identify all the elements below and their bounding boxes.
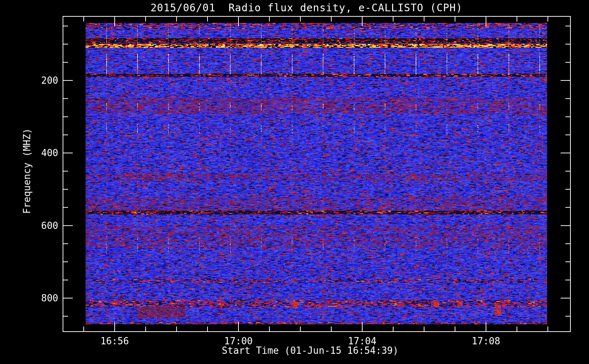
chart-title: 2015/06/01 Radio flux density, e-CALLIST… — [150, 2, 462, 14]
x-axis-label: Start Time (01-Jun-15 16:54:39) — [222, 345, 398, 356]
y-tick-label-400: 400 — [18, 148, 58, 158]
x-tick-label-17-08: 17:08 — [472, 336, 500, 347]
y-tick-label-800: 800 — [18, 293, 58, 303]
y-tick-label-200: 200 — [18, 76, 58, 85]
spectrogram-plot-canvas — [0, 0, 589, 364]
spectrogram-page: { "chart_data": { "type": "heatmap", "ti… — [0, 0, 589, 364]
y-tick-label-600: 600 — [18, 221, 58, 230]
y-axis-label: Frequency (MHZ) — [21, 128, 32, 214]
x-tick-label-17-00: 17:00 — [224, 336, 253, 347]
x-tick-label-16-56: 16:56 — [100, 336, 129, 347]
x-tick-label-17-04: 17:04 — [348, 336, 376, 347]
